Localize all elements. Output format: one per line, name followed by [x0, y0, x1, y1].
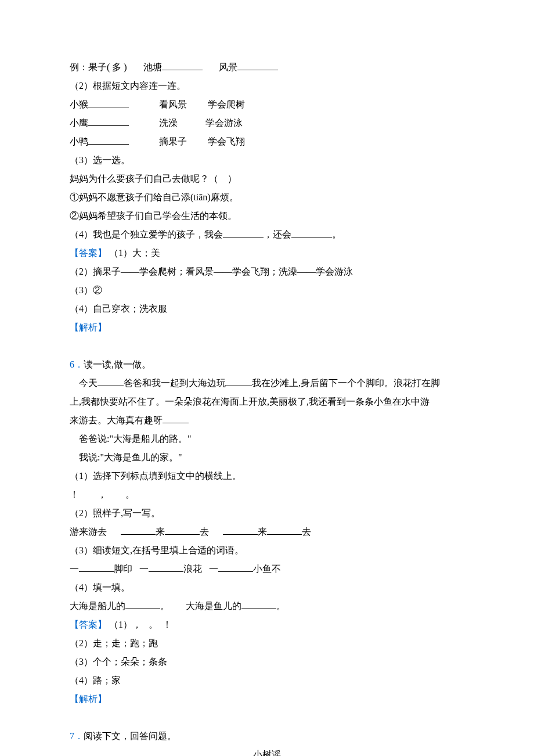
q5-match-row: 小鹰 洗澡 学会游泳	[70, 114, 464, 132]
blank-field[interactable]	[162, 61, 203, 70]
q6-sub2-example: 游来游去 来去 来去	[70, 523, 464, 541]
q6-sub4-title: （4）填一填。	[70, 578, 464, 597]
text: 。	[332, 229, 341, 239]
blank-field[interactable]	[121, 525, 156, 535]
text: （4）我也是个独立爱学的孩子，我会	[70, 229, 223, 239]
q6-passage-line: 上,我都快要站不住了。一朵朵浪花在海面上开放,美丽极了,我还看到一条条小鱼在水中…	[70, 393, 464, 411]
q5-jiexi-label: 【解析】	[70, 318, 464, 337]
q5-match-row: 小猴 看风景 学会爬树	[70, 95, 464, 114]
spacer	[70, 708, 464, 727]
text: 脚印 一	[114, 564, 149, 574]
q6-sub1-marks: ！ ， 。	[70, 485, 464, 504]
q6-sub3-title: （3）细读短文,在括号里填上合适的词语。	[70, 541, 464, 560]
text: 。	[160, 601, 169, 611]
text: 阅读下文，回答问题。	[84, 731, 176, 741]
q5-sub3-opt1: ①妈妈不愿意孩子们给自己添(tiān)麻烦。	[70, 188, 464, 207]
answer-label: 【答案】	[70, 248, 107, 258]
q7-poem-title: 小树谣	[70, 746, 464, 756]
blank-field[interactable]	[218, 563, 253, 572]
blank-field[interactable]	[241, 600, 276, 609]
q5-match-row: 小鸭 摘果子 学会飞翔	[70, 132, 464, 151]
text: （1）大；美	[109, 248, 160, 258]
text: 小鱼不	[253, 564, 281, 574]
text: 。	[276, 601, 286, 611]
q6-passage-line: 来游去。大海真有趣呀	[70, 411, 464, 430]
text: 游来游去	[70, 527, 107, 537]
text: 学会爬树	[208, 99, 245, 109]
answer-label: 【答案】	[70, 620, 107, 629]
blank-field[interactable]	[267, 525, 302, 535]
text: 一	[70, 564, 79, 574]
blank-field[interactable]	[291, 228, 332, 237]
q6-jiexi-label: 【解析】	[70, 690, 464, 708]
q6-answer-1: 【答案】 （1）， 。 ！	[70, 615, 464, 634]
blank-field[interactable]	[165, 525, 200, 535]
text: 去	[200, 527, 209, 537]
q5-sub4: （4）我也是个独立爱学的孩子，我会，还会。	[70, 225, 464, 244]
text: 去	[302, 527, 311, 537]
text: 我说:"大海是鱼儿的家。"	[79, 452, 182, 462]
blank-field[interactable]	[88, 98, 129, 107]
text: 风景	[219, 62, 237, 72]
q6-sub1-title: （1）选择下列标点填到短文中的横线上。	[70, 467, 464, 485]
blank-field[interactable]	[149, 563, 183, 572]
text: 读一读,做一做。	[84, 359, 151, 369]
text: 摘果子	[159, 136, 187, 146]
blank-field[interactable]	[223, 228, 264, 237]
text: 学会游泳	[205, 118, 243, 128]
q6-passage-line: 爸爸说:"大海是船儿的路。"	[70, 430, 464, 448]
text: 爸爸和我一起到大海边玩	[124, 378, 226, 388]
q6-answer-2: （2）走；走；跑；跑	[70, 634, 464, 653]
q5-sub3-question: 妈妈为什么要孩子们自己去做呢？（ ）	[70, 170, 464, 188]
text: 学会飞翔	[208, 136, 245, 146]
q5-sub2-title: （2）根据短文内容连一连。	[70, 77, 464, 95]
q7-heading: 7．阅读下文，回答问题。	[70, 727, 464, 746]
text: 大海是船儿的	[70, 601, 125, 611]
q6-passage-line: 我说:"大海是鱼儿的家。"	[70, 448, 464, 467]
text: 池塘	[143, 62, 162, 72]
text: 爸爸说:"大海是船儿的路。"	[79, 434, 192, 444]
question-number: 7．	[70, 731, 84, 741]
q5-answer-1: 【答案】 （1）大；美	[70, 244, 464, 262]
blank-field[interactable]	[98, 377, 124, 386]
text: 来	[258, 527, 267, 537]
q6-sub4-fill: 大海是船儿的。 大海是鱼儿的。	[70, 597, 464, 615]
blank-field[interactable]	[226, 377, 252, 386]
q6-sub2-title: （2）照样子,写一写。	[70, 504, 464, 523]
q5-sub3-opt2: ②妈妈希望孩子们自己学会生活的本领。	[70, 207, 464, 225]
text: 我在沙滩上,身后留下一个个脚印。浪花打在脚	[252, 378, 440, 388]
text: 洗澡	[159, 118, 178, 128]
text: ，还会	[264, 229, 291, 239]
q6-answer-3: （3）个个；朵朵；条条	[70, 653, 464, 671]
blank-field[interactable]	[88, 117, 129, 126]
question-number: 6．	[70, 359, 84, 369]
q6-sub3-fill: 一脚印 一浪花 一小鱼不	[70, 560, 464, 578]
q5-sub3-title: （3）选一选。	[70, 151, 464, 170]
q5-answer-2: （2）摘果子——学会爬树；看风景——学会飞翔；洗澡——学会游泳	[70, 262, 464, 281]
q6-heading: 6．读一读,做一做。	[70, 355, 464, 374]
blank-field[interactable]	[125, 600, 160, 609]
text: 大海是鱼儿的	[186, 601, 241, 611]
text: 例：果子( 多 )	[70, 62, 127, 72]
blank-field[interactable]	[223, 525, 258, 535]
q5-example: 例：果子( 多 ) 池塘 风景	[70, 58, 464, 77]
spacer	[70, 337, 464, 355]
text: 来游去。大海真有趣呀	[70, 415, 163, 425]
q6-passage-line: 今天爸爸和我一起到大海边玩我在沙滩上,身后留下一个个脚印。浪花打在脚	[70, 374, 464, 393]
text: 小猴	[70, 99, 88, 109]
q5-answer-4: （4）自己穿衣；洗衣服	[70, 300, 464, 318]
text: 看风景	[159, 99, 187, 109]
text: （1）， 。 ！	[109, 620, 172, 629]
text: 今天	[79, 378, 98, 388]
text: 来	[156, 527, 165, 537]
text: 浪花 一	[183, 564, 218, 574]
q5-answer-3: （3）②	[70, 281, 464, 300]
q6-answer-4: （4）路；家	[70, 671, 464, 690]
blank-field[interactable]	[237, 61, 278, 70]
blank-field[interactable]	[88, 135, 129, 145]
blank-field[interactable]	[79, 563, 114, 572]
blank-field[interactable]	[163, 414, 189, 423]
text: 小鸭	[70, 136, 88, 146]
text: 小鹰	[70, 118, 88, 128]
